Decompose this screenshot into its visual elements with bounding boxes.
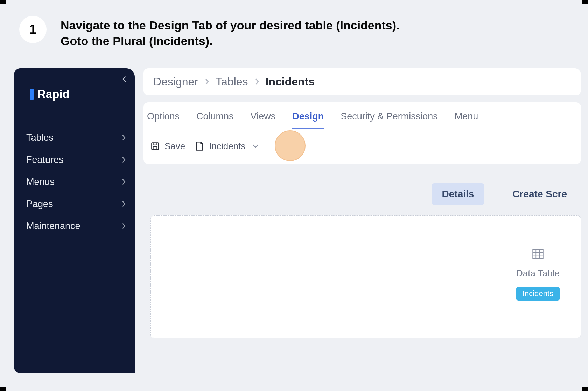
sidebar-item-menus[interactable]: Menus — [26, 177, 126, 187]
tab-views[interactable]: Views — [251, 111, 276, 124]
sidebar-item-label: Menus — [26, 177, 55, 187]
chevron-right-icon — [121, 156, 126, 163]
breadcrumb: Designer Tables Incidents — [144, 68, 581, 95]
sidebar-items: Tables Features Menus Pages Maintenance — [14, 132, 135, 232]
step-number-badge: 1 — [19, 16, 47, 43]
design-canvas[interactable]: Data Table Incidents — [150, 215, 581, 338]
chevron-down-icon — [252, 144, 259, 148]
widget-label: Data Table — [516, 268, 560, 279]
instruction-row: 1 Navigate to the Design Tab of your des… — [10, 14, 578, 49]
chevron-right-icon — [121, 222, 126, 229]
dropdown-label: Incidents — [209, 141, 245, 152]
breadcrumb-current: Incidents — [266, 75, 315, 88]
sub-toolbar: Details Create Scre — [144, 164, 581, 215]
save-label: Save — [164, 141, 185, 152]
chevron-right-icon — [121, 200, 126, 207]
instruction-line-2: Goto the Plural (Incidents). — [61, 33, 400, 49]
breadcrumb-tables[interactable]: Tables — [216, 75, 248, 88]
chevron-right-icon — [204, 78, 209, 85]
tabs-row: Options Columns Views Design Security & … — [144, 102, 581, 130]
tab-options[interactable]: Options — [147, 111, 180, 124]
chevron-right-icon — [254, 78, 259, 85]
sidebar-item-pages[interactable]: Pages — [26, 199, 126, 210]
instruction-text: Navigate to the Design Tab of your desir… — [61, 14, 400, 49]
breadcrumb-designer[interactable]: Designer — [153, 75, 198, 88]
page-icon — [195, 142, 204, 151]
svg-rect-1 — [153, 146, 157, 150]
sidebar: Rapid Tables Features Menus Pages — [14, 68, 135, 373]
chevron-right-icon — [121, 178, 126, 185]
sidebar-item-label: Maintenance — [26, 221, 80, 232]
sidebar-item-label: Tables — [26, 132, 54, 143]
sidebar-item-tables[interactable]: Tables — [26, 132, 126, 143]
tab-security[interactable]: Security & Permissions — [341, 111, 438, 124]
save-button[interactable]: Save — [150, 141, 185, 152]
highlight-marker — [275, 130, 306, 161]
sidebar-item-features[interactable]: Features — [26, 155, 126, 165]
tab-columns[interactable]: Columns — [196, 111, 234, 124]
data-table-widget[interactable]: Data Table Incidents — [516, 249, 560, 301]
content-panel: Options Columns Views Design Security & … — [144, 102, 581, 164]
page-wrapper: 1 Navigate to the Design Tab of your des… — [0, 0, 588, 391]
logo-mark-icon — [30, 89, 34, 100]
widget-tag: Incidents — [516, 287, 560, 301]
sidebar-logo: Rapid — [14, 88, 135, 132]
chevron-left-icon — [122, 76, 127, 83]
details-button[interactable]: Details — [432, 183, 485, 205]
canvas-background — [144, 338, 581, 373]
tab-menu[interactable]: Menu — [455, 111, 478, 124]
svg-rect-2 — [533, 249, 543, 258]
tab-design[interactable]: Design — [292, 111, 324, 124]
sidebar-item-label: Features — [26, 155, 64, 165]
main-area: Designer Tables Incidents Options Column… — [135, 68, 581, 373]
logo-text: Rapid — [37, 88, 70, 101]
grid-icon — [532, 249, 544, 260]
chevron-right-icon — [121, 134, 126, 141]
incidents-dropdown[interactable]: Incidents — [195, 141, 259, 152]
save-icon — [150, 142, 160, 151]
app-container: Rapid Tables Features Menus Pages — [14, 68, 581, 373]
instruction-line-1: Navigate to the Design Tab of your desir… — [61, 18, 400, 33]
toolbar-row: Save Incidents — [144, 130, 581, 164]
create-screen-button[interactable]: Create Scre — [502, 183, 578, 205]
sidebar-item-maintenance[interactable]: Maintenance — [26, 221, 126, 232]
sidebar-item-label: Pages — [26, 199, 53, 210]
sidebar-collapse-button[interactable] — [121, 75, 128, 83]
